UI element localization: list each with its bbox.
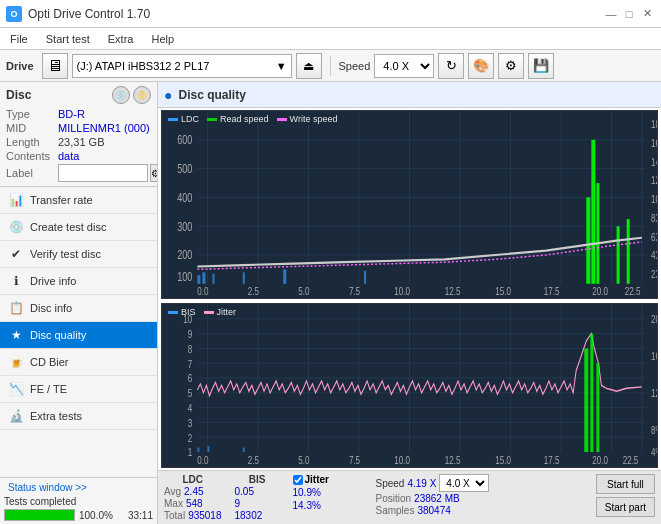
disc-mid-label: MID — [6, 122, 58, 134]
titlebar: O Opti Drive Control 1.70 — □ ✕ — [0, 0, 661, 28]
legend-bis: BIS — [168, 307, 196, 317]
progress-bar-fill — [5, 510, 74, 520]
legend-jitter: Jitter — [204, 307, 237, 317]
color-button[interactable]: 🎨 — [468, 53, 494, 79]
bis-dot — [168, 311, 178, 314]
position-row: Position 23862 MB — [376, 493, 490, 504]
close-button[interactable]: ✕ — [639, 6, 655, 22]
svg-text:15.0: 15.0 — [495, 285, 511, 298]
speed-label: Speed — [339, 60, 371, 72]
svg-rect-44 — [243, 272, 245, 284]
avg-label: Avg — [164, 486, 181, 497]
disc-mid-value: MILLENMR1 (000) — [58, 122, 150, 134]
eject-button[interactable]: ⏏ — [296, 53, 322, 79]
sidebar-item-drive-info[interactable]: ℹ Drive info — [0, 268, 157, 295]
bis-header: BIS — [235, 474, 280, 485]
svg-rect-46 — [364, 271, 366, 284]
disc-type-row: Type BD-R — [6, 108, 151, 120]
refresh-button[interactable]: ↻ — [438, 53, 464, 79]
svg-text:10.0: 10.0 — [394, 454, 410, 467]
label-input[interactable] — [58, 164, 148, 182]
svg-rect-102 — [596, 363, 599, 452]
svg-text:12.5: 12.5 — [445, 285, 461, 298]
drive-info-icon: ℹ — [8, 273, 24, 289]
save-button[interactable]: 💾 — [528, 53, 554, 79]
svg-rect-45 — [283, 269, 286, 283]
menu-help[interactable]: Help — [147, 32, 178, 46]
sidebar-item-extra-tests[interactable]: 🔬 Extra tests — [0, 403, 157, 430]
label-button[interactable]: ⚙ — [150, 164, 158, 182]
start-part-button[interactable]: Start part — [596, 497, 655, 517]
menu-file[interactable]: File — [6, 32, 32, 46]
svg-text:8: 8 — [188, 343, 193, 356]
speed-select-small[interactable]: 4.0 X 8.0 X Max — [439, 474, 489, 492]
svg-text:22.5: 22.5 — [625, 285, 641, 298]
svg-text:5.0: 5.0 — [298, 285, 310, 298]
samples-row: Samples 380474 — [376, 505, 490, 516]
svg-text:4%: 4% — [651, 446, 657, 459]
svg-text:17.5: 17.5 — [544, 285, 560, 298]
start-full-button[interactable]: Start full — [596, 474, 655, 494]
disc-label-row: Label ⚙ — [6, 164, 151, 182]
titlebar-left: O Opti Drive Control 1.70 — [6, 6, 150, 22]
jitter-dot — [204, 311, 214, 314]
svg-rect-100 — [584, 349, 588, 453]
nav-label-create-test-disc: Create test disc — [30, 221, 106, 233]
svg-rect-98 — [207, 446, 209, 452]
speed-select[interactable]: 4.0 X 8.0 X Max — [374, 54, 434, 78]
nav-section: 📊 Transfer rate 💿 Create test disc ✔ Ver… — [0, 187, 157, 477]
menu-extra[interactable]: Extra — [104, 32, 138, 46]
app-title: Opti Drive Control 1.70 — [28, 7, 150, 21]
menu-start-test[interactable]: Start test — [42, 32, 94, 46]
disc-label-label: Label — [6, 167, 58, 179]
disc-type-value: BD-R — [58, 108, 85, 120]
max-jitter-value: 14.3% — [293, 500, 321, 511]
app-icon: O — [6, 6, 22, 22]
jitter-checkbox[interactable] — [293, 475, 303, 485]
sidebar-item-cd-bier[interactable]: 🍺 CD Bier — [0, 349, 157, 376]
charts-area: LDC Read speed Write speed — [158, 108, 661, 470]
max-bis-value: 9 — [235, 498, 241, 509]
nav-label-fe-te: FE / TE — [30, 383, 67, 395]
disc-section-label: Disc — [6, 88, 31, 102]
progress-percent: 100.0% — [79, 510, 114, 521]
svg-text:6: 6 — [188, 372, 193, 385]
main-layout: Disc 💿 📀 Type BD-R MID MILLENMR1 (000) L… — [0, 82, 661, 524]
sidebar-item-fe-te[interactable]: 📉 FE / TE — [0, 376, 157, 403]
stats-bar: LDC Avg 2.45 Max 548 Total 935018 BIS — [158, 470, 661, 524]
svg-text:8%: 8% — [651, 424, 657, 437]
svg-rect-51 — [627, 219, 630, 284]
drive-dropdown-icon: ▼ — [276, 60, 287, 72]
svg-text:5.0: 5.0 — [298, 454, 310, 467]
sidebar-item-verify-test-disc[interactable]: ✔ Verify test disc — [0, 241, 157, 268]
svg-text:4X: 4X — [651, 249, 657, 262]
disc-type-label: Type — [6, 108, 58, 120]
dq-icon: ● — [164, 87, 172, 103]
avg-jitter-value: 10.9% — [293, 487, 321, 498]
legend-bis-label: BIS — [181, 307, 196, 317]
create-test-disc-icon: 💿 — [8, 219, 24, 235]
drive-select[interactable]: (J:) ATAPI iHBS312 2 PL17 ▼ — [72, 54, 292, 78]
svg-text:2X: 2X — [651, 268, 657, 281]
svg-text:7.5: 7.5 — [349, 285, 361, 298]
settings-button[interactable]: ⚙ — [498, 53, 524, 79]
nav-label-transfer-rate: Transfer rate — [30, 194, 93, 206]
sidebar-item-disc-info[interactable]: 📋 Disc info — [0, 295, 157, 322]
total-ldc-row: Total 935018 — [164, 510, 222, 521]
sidebar-item-disc-quality[interactable]: ★ Disc quality — [0, 322, 157, 349]
svg-text:8X: 8X — [651, 211, 657, 224]
progress-bar — [4, 509, 75, 521]
svg-text:18X: 18X — [651, 118, 657, 131]
total-ldc-value: 935018 — [188, 510, 221, 521]
drive-icon-btn[interactable]: 🖥 — [42, 53, 68, 79]
status-window-button[interactable]: Status window >> — [4, 481, 153, 494]
sidebar-item-create-test-disc[interactable]: 💿 Create test disc — [0, 214, 157, 241]
sidebar-item-transfer-rate[interactable]: 📊 Transfer rate — [0, 187, 157, 214]
minimize-button[interactable]: — — [603, 6, 619, 22]
svg-text:22.5: 22.5 — [623, 454, 639, 467]
stats-jitter-col: Jitter 10.9% 14.3% — [293, 474, 363, 511]
chart-top-svg: 600 500 400 300 200 100 18X 16X 14X 12X … — [162, 111, 657, 298]
maximize-button[interactable]: □ — [621, 6, 637, 22]
legend-read-speed-label: Read speed — [220, 114, 269, 124]
svg-text:2.5: 2.5 — [248, 454, 260, 467]
